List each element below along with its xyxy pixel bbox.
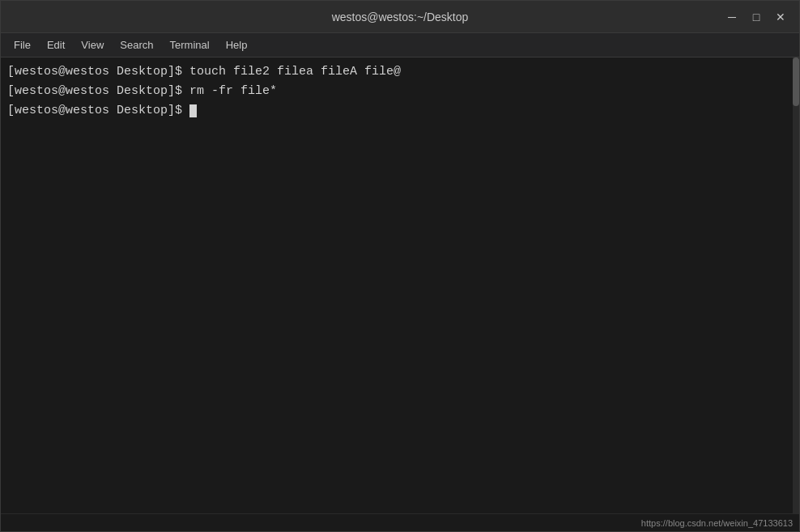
status-url: https://blog.csdn.net/weixin_47133613	[641, 518, 793, 528]
maximize-button[interactable]: □	[744, 5, 768, 29]
close-button[interactable]: ✕	[768, 5, 793, 29]
menu-file[interactable]: File	[7, 37, 37, 53]
terminal-cursor	[189, 104, 197, 117]
menu-search[interactable]: Search	[113, 37, 160, 53]
prompt-3: [westos@westos Desktop]$	[7, 101, 182, 121]
terminal-line-1: [westos@westos Desktop]$ touch file2 fil…	[7, 62, 793, 82]
scrollbar[interactable]	[793, 57, 799, 513]
menu-bar: File Edit View Search Terminal Help	[1, 33, 799, 57]
command-3	[182, 101, 189, 121]
status-bar: https://blog.csdn.net/weixin_47133613	[1, 513, 799, 531]
window-controls: ─ □ ✕	[720, 5, 793, 29]
command-1: touch file2 filea fileA file@	[182, 62, 401, 82]
menu-edit[interactable]: Edit	[40, 37, 71, 53]
prompt-2: [westos@westos Desktop]$	[7, 82, 182, 101]
title-bar: westos@westos:~/Desktop ─ □ ✕	[1, 1, 799, 33]
menu-view[interactable]: View	[74, 37, 110, 53]
prompt-1: [westos@westos Desktop]$	[7, 62, 182, 82]
menu-help[interactable]: Help	[219, 37, 254, 53]
terminal-line-3: [westos@westos Desktop]$	[7, 101, 793, 121]
terminal-window: westos@westos:~/Desktop ─ □ ✕ File Edit …	[0, 0, 800, 532]
terminal-line-2: [westos@westos Desktop]$ rm -fr file*	[7, 82, 793, 101]
minimize-button[interactable]: ─	[720, 5, 744, 29]
menu-terminal[interactable]: Terminal	[164, 37, 216, 53]
command-2: rm -fr file*	[182, 82, 277, 101]
window-title: westos@westos:~/Desktop	[332, 11, 469, 23]
scrollbar-thumb[interactable]	[793, 57, 799, 106]
terminal-content[interactable]: [westos@westos Desktop]$ touch file2 fil…	[1, 57, 799, 513]
